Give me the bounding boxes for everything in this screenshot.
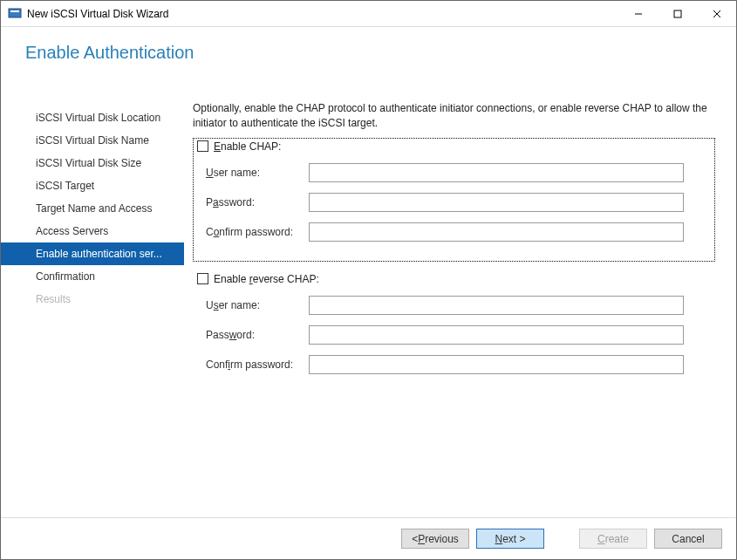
titlebar: New iSCSI Virtual Disk Wizard [1, 1, 736, 27]
page-description: Optionally, enable the CHAP protocol to … [193, 101, 715, 131]
chap-pass-row: Password: [197, 193, 711, 212]
reverse-pass-label: Password: [206, 329, 309, 341]
previous-button[interactable]: < Previous [401, 529, 469, 549]
reverse-confirm-row: Confirm password: [197, 355, 711, 374]
step-results: Results [1, 288, 184, 311]
chap-pass-label: Password: [206, 196, 309, 208]
close-button[interactable] [697, 2, 736, 26]
reverse-confirm-label: Confirm password: [206, 359, 309, 371]
step-name[interactable]: iSCSI Virtual Disk Name [1, 129, 184, 152]
chap-user-input[interactable] [309, 163, 684, 182]
app-icon [8, 7, 22, 21]
step-location[interactable]: iSCSI Virtual Disk Location [1, 106, 184, 129]
wizard-window: New iSCSI Virtual Disk Wizard Enable Aut… [0, 0, 737, 560]
reverse-user-row: User name: [197, 296, 711, 315]
reverse-pass-input[interactable] [309, 325, 684, 345]
step-access-servers[interactable]: Access Servers [1, 220, 184, 242]
main-area: iSCSI Virtual Disk Location iSCSI Virtua… [1, 97, 736, 517]
minimize-button[interactable] [618, 2, 658, 26]
step-target[interactable]: iSCSI Target [1, 174, 184, 197]
svg-rect-1 [10, 10, 19, 12]
enable-chap-label: Enable CHAP: [214, 140, 281, 153]
chap-user-row: User name: [197, 163, 711, 182]
chap-confirm-row: Confirm password: [197, 222, 711, 242]
enable-reverse-chap-label: Enable reverse CHAP: [214, 273, 319, 285]
reverse-user-input[interactable] [309, 296, 684, 315]
create-button: Create [579, 529, 647, 549]
cancel-button[interactable]: Cancel [654, 529, 722, 549]
step-target-name[interactable]: Target Name and Access [1, 197, 184, 220]
enable-chap-checkbox[interactable] [197, 140, 208, 152]
svg-rect-0 [9, 9, 21, 17]
content-area: Optionally, enable the CHAP protocol to … [184, 98, 736, 517]
reverse-chap-group: Enable reverse CHAP: User name: Password… [193, 270, 715, 394]
reverse-pass-row: Password: [197, 325, 711, 345]
maximize-button[interactable] [658, 2, 697, 26]
reverse-confirm-input[interactable] [309, 355, 684, 374]
step-confirmation[interactable]: Confirmation [1, 265, 184, 288]
window-title: New iSCSI Virtual Disk Wizard [27, 8, 618, 20]
chap-group: Enable CHAP: User name: Password: Confir… [193, 138, 715, 262]
chap-user-label: User name: [206, 167, 309, 179]
page-header: Enable Authentication [1, 27, 736, 97]
step-size[interactable]: iSCSI Virtual Disk Size [1, 152, 184, 174]
step-enable-auth[interactable]: Enable authentication ser... [1, 242, 184, 265]
reverse-user-label: User name: [206, 299, 309, 311]
chap-confirm-input[interactable] [309, 222, 684, 242]
enable-reverse-chap-checkbox[interactable] [197, 273, 208, 284]
next-button[interactable]: Next > [476, 529, 544, 549]
enable-reverse-chap-row[interactable]: Enable reverse CHAP: [197, 273, 711, 285]
enable-chap-row[interactable]: Enable CHAP: [197, 140, 711, 153]
wizard-steps: iSCSI Virtual Disk Location iSCSI Virtua… [1, 98, 184, 517]
footer: < Previous Next > Create Cancel [1, 517, 736, 559]
chap-confirm-label: Confirm password: [206, 226, 309, 238]
chap-pass-input[interactable] [309, 193, 684, 212]
svg-rect-3 [674, 10, 681, 17]
page-title: Enable Authentication [25, 43, 736, 63]
